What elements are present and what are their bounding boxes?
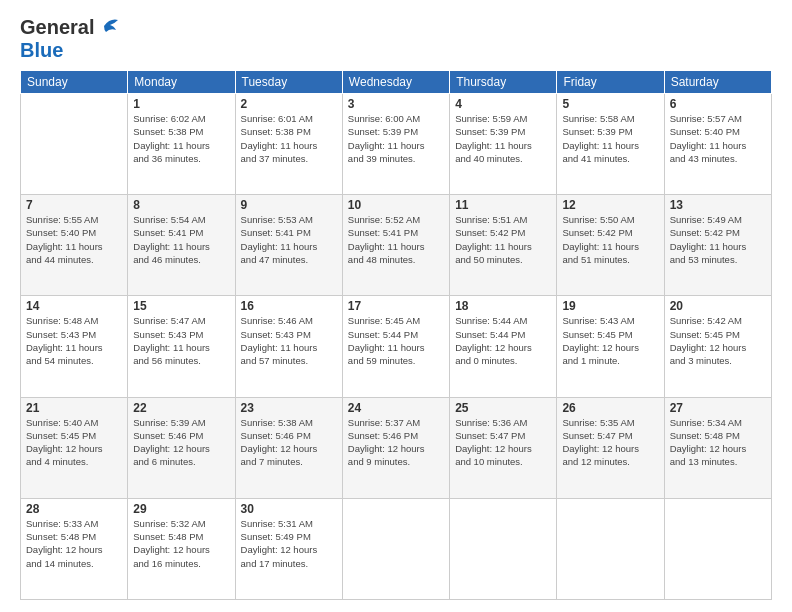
- day-info: Sunrise: 5:51 AM Sunset: 5:42 PM Dayligh…: [455, 213, 551, 266]
- page: General Blue Sunday Monday Tuesday Wedne…: [0, 0, 792, 612]
- day-info: Sunrise: 5:52 AM Sunset: 5:41 PM Dayligh…: [348, 213, 444, 266]
- calendar-week-row: 28Sunrise: 5:33 AM Sunset: 5:48 PM Dayli…: [21, 498, 772, 599]
- table-row: 7Sunrise: 5:55 AM Sunset: 5:40 PM Daylig…: [21, 195, 128, 296]
- day-number: 3: [348, 97, 444, 111]
- day-info: Sunrise: 5:48 AM Sunset: 5:43 PM Dayligh…: [26, 314, 122, 367]
- day-info: Sunrise: 5:54 AM Sunset: 5:41 PM Dayligh…: [133, 213, 229, 266]
- col-monday: Monday: [128, 71, 235, 94]
- col-friday: Friday: [557, 71, 664, 94]
- table-row: 20Sunrise: 5:42 AM Sunset: 5:45 PM Dayli…: [664, 296, 771, 397]
- day-number: 20: [670, 299, 766, 313]
- day-info: Sunrise: 5:53 AM Sunset: 5:41 PM Dayligh…: [241, 213, 337, 266]
- day-info: Sunrise: 5:45 AM Sunset: 5:44 PM Dayligh…: [348, 314, 444, 367]
- day-number: 29: [133, 502, 229, 516]
- day-number: 13: [670, 198, 766, 212]
- table-row: 21Sunrise: 5:40 AM Sunset: 5:45 PM Dayli…: [21, 397, 128, 498]
- calendar-table: Sunday Monday Tuesday Wednesday Thursday…: [20, 70, 772, 600]
- table-row: 23Sunrise: 5:38 AM Sunset: 5:46 PM Dayli…: [235, 397, 342, 498]
- day-number: 16: [241, 299, 337, 313]
- logo: General Blue: [20, 16, 118, 62]
- table-row: [450, 498, 557, 599]
- table-row: 27Sunrise: 5:34 AM Sunset: 5:48 PM Dayli…: [664, 397, 771, 498]
- logo-general: General: [20, 16, 94, 39]
- table-row: 25Sunrise: 5:36 AM Sunset: 5:47 PM Dayli…: [450, 397, 557, 498]
- table-row: 18Sunrise: 5:44 AM Sunset: 5:44 PM Dayli…: [450, 296, 557, 397]
- day-number: 17: [348, 299, 444, 313]
- table-row: [342, 498, 449, 599]
- day-info: Sunrise: 5:31 AM Sunset: 5:49 PM Dayligh…: [241, 517, 337, 570]
- day-number: 12: [562, 198, 658, 212]
- table-row: 15Sunrise: 5:47 AM Sunset: 5:43 PM Dayli…: [128, 296, 235, 397]
- day-number: 15: [133, 299, 229, 313]
- day-info: Sunrise: 5:32 AM Sunset: 5:48 PM Dayligh…: [133, 517, 229, 570]
- day-info: Sunrise: 5:55 AM Sunset: 5:40 PM Dayligh…: [26, 213, 122, 266]
- day-info: Sunrise: 5:47 AM Sunset: 5:43 PM Dayligh…: [133, 314, 229, 367]
- col-saturday: Saturday: [664, 71, 771, 94]
- day-number: 23: [241, 401, 337, 415]
- day-number: 30: [241, 502, 337, 516]
- day-number: 10: [348, 198, 444, 212]
- logo-bird-icon: [96, 16, 118, 36]
- day-number: 4: [455, 97, 551, 111]
- day-number: 11: [455, 198, 551, 212]
- table-row: 17Sunrise: 5:45 AM Sunset: 5:44 PM Dayli…: [342, 296, 449, 397]
- table-row: 1Sunrise: 6:02 AM Sunset: 5:38 PM Daylig…: [128, 94, 235, 195]
- day-info: Sunrise: 6:01 AM Sunset: 5:38 PM Dayligh…: [241, 112, 337, 165]
- day-info: Sunrise: 6:02 AM Sunset: 5:38 PM Dayligh…: [133, 112, 229, 165]
- day-info: Sunrise: 5:40 AM Sunset: 5:45 PM Dayligh…: [26, 416, 122, 469]
- day-number: 18: [455, 299, 551, 313]
- table-row: 22Sunrise: 5:39 AM Sunset: 5:46 PM Dayli…: [128, 397, 235, 498]
- table-row: 14Sunrise: 5:48 AM Sunset: 5:43 PM Dayli…: [21, 296, 128, 397]
- table-row: [557, 498, 664, 599]
- col-sunday: Sunday: [21, 71, 128, 94]
- day-number: 21: [26, 401, 122, 415]
- day-info: Sunrise: 5:44 AM Sunset: 5:44 PM Dayligh…: [455, 314, 551, 367]
- table-row: 4Sunrise: 5:59 AM Sunset: 5:39 PM Daylig…: [450, 94, 557, 195]
- day-info: Sunrise: 5:50 AM Sunset: 5:42 PM Dayligh…: [562, 213, 658, 266]
- calendar-header-row: Sunday Monday Tuesday Wednesday Thursday…: [21, 71, 772, 94]
- table-row: 9Sunrise: 5:53 AM Sunset: 5:41 PM Daylig…: [235, 195, 342, 296]
- table-row: 19Sunrise: 5:43 AM Sunset: 5:45 PM Dayli…: [557, 296, 664, 397]
- day-info: Sunrise: 5:42 AM Sunset: 5:45 PM Dayligh…: [670, 314, 766, 367]
- day-number: 27: [670, 401, 766, 415]
- header: General Blue: [20, 16, 772, 62]
- day-info: Sunrise: 5:57 AM Sunset: 5:40 PM Dayligh…: [670, 112, 766, 165]
- day-number: 1: [133, 97, 229, 111]
- day-info: Sunrise: 5:59 AM Sunset: 5:39 PM Dayligh…: [455, 112, 551, 165]
- table-row: [664, 498, 771, 599]
- day-info: Sunrise: 5:46 AM Sunset: 5:43 PM Dayligh…: [241, 314, 337, 367]
- table-row: 8Sunrise: 5:54 AM Sunset: 5:41 PM Daylig…: [128, 195, 235, 296]
- table-row: 30Sunrise: 5:31 AM Sunset: 5:49 PM Dayli…: [235, 498, 342, 599]
- day-number: 5: [562, 97, 658, 111]
- day-info: Sunrise: 5:36 AM Sunset: 5:47 PM Dayligh…: [455, 416, 551, 469]
- day-info: Sunrise: 5:58 AM Sunset: 5:39 PM Dayligh…: [562, 112, 658, 165]
- day-number: 25: [455, 401, 551, 415]
- calendar-week-row: 21Sunrise: 5:40 AM Sunset: 5:45 PM Dayli…: [21, 397, 772, 498]
- day-info: Sunrise: 5:35 AM Sunset: 5:47 PM Dayligh…: [562, 416, 658, 469]
- table-row: 10Sunrise: 5:52 AM Sunset: 5:41 PM Dayli…: [342, 195, 449, 296]
- calendar-week-row: 7Sunrise: 5:55 AM Sunset: 5:40 PM Daylig…: [21, 195, 772, 296]
- col-tuesday: Tuesday: [235, 71, 342, 94]
- day-number: 14: [26, 299, 122, 313]
- day-number: 8: [133, 198, 229, 212]
- day-info: Sunrise: 5:49 AM Sunset: 5:42 PM Dayligh…: [670, 213, 766, 266]
- table-row: [21, 94, 128, 195]
- day-info: Sunrise: 5:33 AM Sunset: 5:48 PM Dayligh…: [26, 517, 122, 570]
- day-number: 19: [562, 299, 658, 313]
- day-info: Sunrise: 5:38 AM Sunset: 5:46 PM Dayligh…: [241, 416, 337, 469]
- table-row: 26Sunrise: 5:35 AM Sunset: 5:47 PM Dayli…: [557, 397, 664, 498]
- day-number: 26: [562, 401, 658, 415]
- day-info: Sunrise: 6:00 AM Sunset: 5:39 PM Dayligh…: [348, 112, 444, 165]
- table-row: 16Sunrise: 5:46 AM Sunset: 5:43 PM Dayli…: [235, 296, 342, 397]
- logo-blue: Blue: [20, 39, 63, 61]
- day-number: 22: [133, 401, 229, 415]
- day-info: Sunrise: 5:39 AM Sunset: 5:46 PM Dayligh…: [133, 416, 229, 469]
- day-number: 2: [241, 97, 337, 111]
- day-number: 28: [26, 502, 122, 516]
- table-row: 3Sunrise: 6:00 AM Sunset: 5:39 PM Daylig…: [342, 94, 449, 195]
- day-number: 7: [26, 198, 122, 212]
- col-wednesday: Wednesday: [342, 71, 449, 94]
- day-number: 6: [670, 97, 766, 111]
- table-row: 29Sunrise: 5:32 AM Sunset: 5:48 PM Dayli…: [128, 498, 235, 599]
- day-info: Sunrise: 5:43 AM Sunset: 5:45 PM Dayligh…: [562, 314, 658, 367]
